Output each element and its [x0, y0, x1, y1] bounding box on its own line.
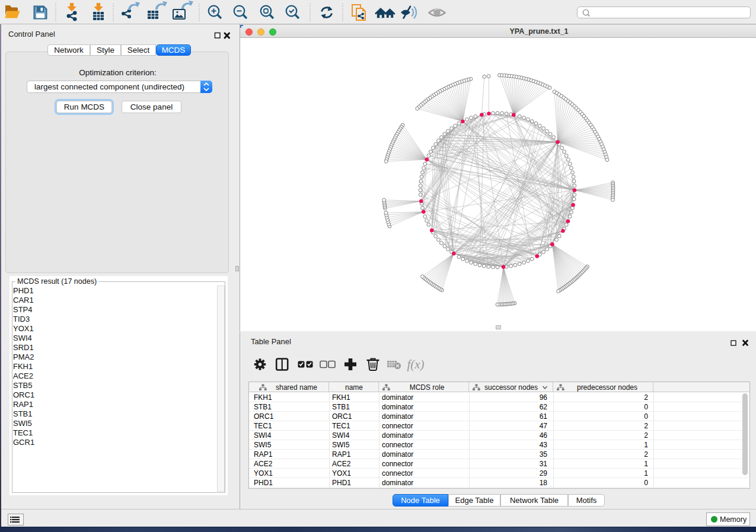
- svg-text:f(x): f(x): [407, 357, 424, 371]
